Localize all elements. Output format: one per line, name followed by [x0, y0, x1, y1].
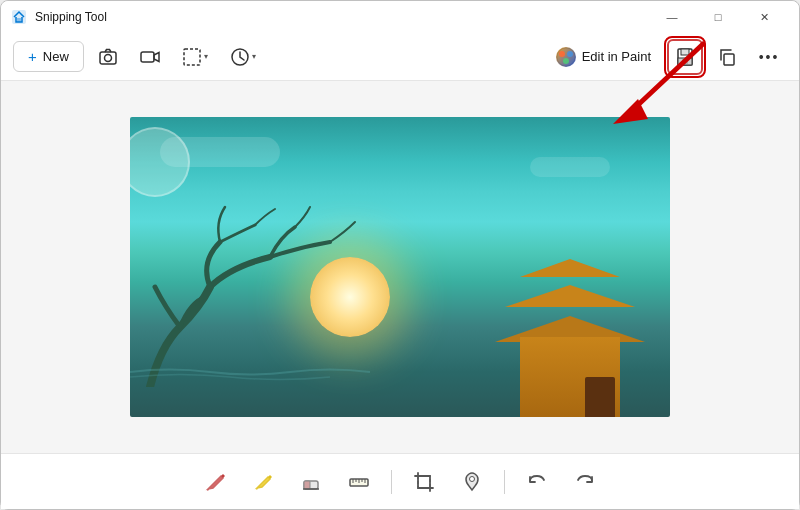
undo-button[interactable] — [517, 462, 557, 502]
title-left: Snipping Tool — [11, 9, 107, 25]
bottom-toolbar — [1, 453, 799, 509]
copy-button[interactable] — [709, 39, 745, 75]
save-button-wrapper — [667, 39, 703, 75]
svg-point-9 — [567, 51, 573, 57]
edit-in-paint-button[interactable]: Edit in Paint — [546, 41, 661, 73]
svg-rect-18 — [724, 54, 734, 65]
svg-point-8 — [559, 51, 565, 57]
svg-rect-5 — [184, 49, 200, 65]
pagoda-body — [520, 337, 620, 417]
close-button[interactable]: ✕ — [741, 1, 787, 33]
svg-rect-28 — [418, 476, 430, 488]
pagoda — [490, 237, 650, 417]
cloud-1 — [160, 137, 280, 167]
title-bar: Snipping Tool — □ ✕ — [1, 1, 799, 33]
main-toolbar: + New ▾ — [1, 33, 799, 81]
app-icon — [11, 9, 27, 25]
more-options-button[interactable]: ••• — [751, 39, 787, 75]
svg-rect-4 — [141, 52, 154, 62]
snip-mode-button[interactable]: ▾ — [174, 43, 216, 71]
snip-mode-arrow-icon: ▾ — [204, 52, 208, 61]
new-plus-icon: + — [28, 48, 37, 65]
pen-tool-button[interactable] — [195, 462, 235, 502]
new-label: New — [43, 49, 69, 64]
svg-rect-15 — [682, 59, 688, 64]
screenshot-container — [130, 117, 670, 417]
edit-in-paint-label: Edit in Paint — [582, 49, 651, 64]
app-window: Snipping Tool — □ ✕ + New — [0, 0, 800, 510]
crop-tool-button[interactable] — [404, 462, 444, 502]
pagoda-roof-mid — [505, 285, 635, 307]
highlighter-tool-button[interactable] — [243, 462, 283, 502]
svg-point-3 — [104, 54, 111, 61]
cloud-2 — [530, 157, 610, 177]
pagoda-roof-top — [520, 259, 620, 277]
svg-point-10 — [563, 58, 569, 64]
maximize-button[interactable]: □ — [695, 1, 741, 33]
toolbar-separator-1 — [391, 470, 392, 494]
paint-icon — [556, 47, 576, 67]
svg-rect-13 — [681, 49, 689, 55]
pointer-tool-button[interactable] — [452, 462, 492, 502]
toolbar-separator-2 — [504, 470, 505, 494]
main-content — [1, 81, 799, 453]
minimize-button[interactable]: — — [649, 1, 695, 33]
camera-button[interactable] — [90, 39, 126, 75]
screenshot-image — [130, 117, 670, 417]
new-button[interactable]: + New — [13, 41, 84, 72]
save-button[interactable] — [667, 39, 703, 75]
redo-button[interactable] — [565, 462, 605, 502]
video-button[interactable] — [132, 39, 168, 75]
ruler-tool-button[interactable] — [339, 462, 379, 502]
eraser-tool-button[interactable] — [291, 462, 331, 502]
delay-button[interactable]: ▾ — [222, 43, 264, 71]
window-controls: — □ ✕ — [649, 1, 787, 33]
delay-arrow-icon: ▾ — [252, 52, 256, 61]
svg-rect-1 — [17, 18, 21, 22]
tree-branches-svg — [130, 187, 410, 387]
pagoda-door — [585, 377, 615, 417]
svg-point-29 — [470, 476, 475, 481]
more-options-icon: ••• — [759, 49, 780, 65]
svg-rect-20 — [304, 481, 310, 489]
window-title: Snipping Tool — [35, 10, 107, 24]
